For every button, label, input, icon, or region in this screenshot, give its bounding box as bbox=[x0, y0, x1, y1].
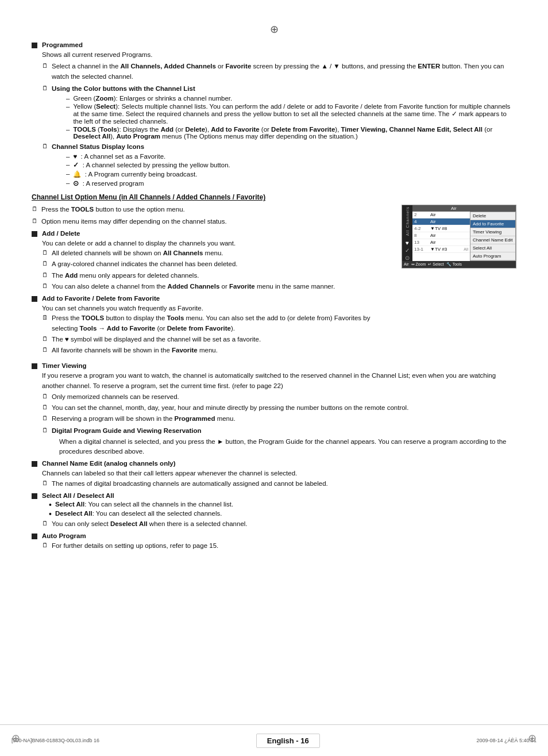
channel-name-edit-section: Channel Name Edit (analog channels only)… bbox=[32, 460, 516, 489]
page: ⊕ Programmed Shows all current reserved … bbox=[0, 0, 548, 756]
channel-row-8: 8 Air bbox=[412, 232, 470, 239]
add-favorite-section: Add to Favorite / Delete from Favorite Y… bbox=[32, 295, 396, 355]
ch-num-13: 13 bbox=[414, 240, 430, 245]
add-delete-title: Add / Delete bbox=[42, 230, 80, 237]
ctx-timer-viewing[interactable]: Timer Viewing bbox=[470, 228, 515, 236]
sidebar-icon1: ♥ bbox=[406, 240, 409, 246]
dash-check: – bbox=[66, 161, 70, 168]
check-icon-desc: ✓ : A channel selected by pressing the y… bbox=[73, 161, 230, 169]
channel-list-option-heading: Channel List Option Menu (in All Channel… bbox=[32, 193, 516, 201]
ctx-select-all[interactable]: Select All bbox=[470, 244, 515, 252]
channel-bottom-bar: Air ⇔ Zoom ↵ Select 🔧 Tools bbox=[402, 261, 516, 268]
heart-icon-desc: ♥ : A channel set as a Favorite. bbox=[73, 153, 165, 160]
status-icons-title: Channel Status Display Icons bbox=[52, 142, 144, 152]
channel-header-row: Air bbox=[412, 205, 516, 212]
bottom-zoom: ⇔ Zoom bbox=[411, 262, 426, 267]
dash-tools: – bbox=[66, 126, 70, 133]
ap-title: Auto Program bbox=[42, 532, 86, 539]
note-icon-ap1: 🗒 bbox=[42, 542, 48, 548]
fav-note2: The ♥ symbol will be displayed and the c… bbox=[52, 335, 261, 344]
channel-list-overlay: All Channels ♥ ✓ ⊙ Air bbox=[402, 205, 516, 261]
ch-header-air: Air bbox=[451, 206, 457, 211]
cne-title: Channel Name Edit (analog channels only) bbox=[42, 460, 176, 467]
channel-row-4-2: 4-2 ▼TV #8 bbox=[412, 225, 470, 232]
bottom-tools: 🔧 Tools bbox=[446, 262, 462, 267]
fav-note1: Press the TOOLS button to display the To… bbox=[52, 313, 396, 333]
bullet-add-fav bbox=[32, 296, 37, 302]
add-delete-section: Add / Delete You can delete or add a cha… bbox=[32, 230, 396, 291]
note-icon-ad1: 🗒 bbox=[42, 249, 48, 256]
note-icon-fav1: 🗓 bbox=[42, 314, 48, 321]
color-btn-title: Using the Color buttons with the Channel… bbox=[52, 84, 195, 94]
timer-viewing-section: Timer Viewing If you reserve a program y… bbox=[32, 362, 516, 456]
cne-note1: The names of digital broadcasting channe… bbox=[52, 479, 328, 489]
ch-name-13-1: ▼TV #3 bbox=[430, 247, 464, 252]
note-icon-cne1: 🗒 bbox=[42, 479, 48, 486]
select-all-section: Select All / Deselect All • Select All: … bbox=[32, 492, 516, 529]
dash-broadcast: – bbox=[66, 170, 70, 177]
tv-note3: Reserving a program will be shown in the… bbox=[52, 414, 236, 424]
ch-header-num bbox=[414, 206, 430, 211]
sa-note1: You can only select Deselect All when th… bbox=[52, 519, 248, 529]
note-text-1: Select a channel in the All Channels, Ad… bbox=[52, 62, 516, 82]
ctx-delete[interactable]: Delete bbox=[470, 212, 515, 220]
note-icon-ad3: 🗒 bbox=[42, 271, 48, 278]
ch-num-2: 2 bbox=[414, 212, 430, 217]
footer-left: [500-NA]BN68-01883Q-00L03.indb 16 bbox=[11, 738, 99, 743]
bullet-sa bbox=[32, 493, 37, 499]
ctx-auto-program[interactable]: Auto Program bbox=[470, 252, 515, 260]
cne-desc: Channels can labeled so that their call … bbox=[42, 469, 516, 478]
note-icon-status: 🗒 bbox=[42, 143, 48, 149]
bullet-ap bbox=[32, 534, 37, 539]
context-menu: Delete Add to Favorite Timer Viewing Cha… bbox=[470, 212, 516, 261]
ch-name-4-2: ▼TV #8 bbox=[430, 226, 468, 231]
note-icon-tv1: 🗒 bbox=[42, 393, 48, 400]
fav-note3: All favorite channels will be shown in t… bbox=[52, 346, 218, 355]
dot-deselect-all: • bbox=[49, 510, 52, 518]
green-zoom: Green (Zoom): Enlarges or shrinks a chan… bbox=[73, 95, 232, 102]
ch-header-2 bbox=[433, 206, 449, 211]
page-footer: [500-NA]BN68-01883Q-00L03.indb 16 Englis… bbox=[0, 724, 548, 756]
ch-all-13-1: All bbox=[464, 247, 468, 251]
auto-program-section: Auto Program 🗒 For further details on se… bbox=[32, 532, 516, 551]
top-symbol: ⊕ bbox=[32, 23, 516, 36]
footer-center: English - 16 bbox=[256, 734, 320, 748]
bullet-cne bbox=[32, 461, 37, 467]
note-icon-color-btn: 🗒 bbox=[42, 85, 48, 91]
channel-rows-list: 2 Air 4 Air 4-2 ▼TV #8 bbox=[412, 212, 470, 261]
dash-heart: – bbox=[66, 153, 70, 160]
dpg-desc: When a digital channel is selected, and … bbox=[59, 437, 516, 457]
channel-ui-container: All Channels ♥ ✓ ⊙ Air bbox=[402, 205, 516, 359]
dash-green: – bbox=[66, 95, 70, 102]
bottom-air: Air bbox=[404, 262, 409, 267]
channel-sidebar: All Channels ♥ ✓ ⊙ bbox=[402, 205, 412, 261]
ch-num-13-1: 13-1 bbox=[414, 247, 430, 252]
bottom-right-crosshair: ⊕ bbox=[528, 732, 537, 745]
ctx-add-favorite[interactable]: Add to Favorite bbox=[470, 220, 515, 228]
ad-note4: You can also delete a channel from the A… bbox=[52, 282, 335, 291]
dpg-title: Digital Program Guide and Viewing Reserv… bbox=[52, 426, 202, 436]
option-differ-note: Option menu items may differ depending o… bbox=[41, 217, 227, 227]
timer-title: Timer Viewing bbox=[42, 362, 87, 369]
ad-note2: A gray-colored channel indicates the cha… bbox=[52, 259, 238, 269]
dash-yellow: – bbox=[66, 103, 70, 110]
channel-row-4: 4 Air bbox=[412, 218, 470, 225]
channel-rows-and-menu: 2 Air 4 Air 4-2 ▼TV #8 bbox=[412, 212, 516, 261]
note-icon-ad2: 🗒 bbox=[42, 260, 48, 267]
ad-note1: All deleted channels will be shown on Al… bbox=[52, 248, 223, 258]
ch-num-4: 4 bbox=[414, 219, 430, 224]
note-icon-fav3: 🗒 bbox=[42, 346, 48, 353]
tv-note2: You can set the channel, month, day, yea… bbox=[52, 403, 408, 413]
note-icon-fav2: 🗒 bbox=[42, 335, 48, 342]
bottom-left-crosshair: ⊕ bbox=[11, 732, 20, 745]
broadcast-icon-desc: 🔔 : A Program currently being broadcast. bbox=[73, 170, 197, 178]
tools-menu: TOOLS (Tools): Displays the Add (or Dele… bbox=[73, 126, 516, 140]
sa-title: Select All / Deselect All bbox=[42, 492, 114, 499]
channel-list-option-content: 🗒 Press the TOOLS button to use the opti… bbox=[32, 205, 516, 359]
ch-name-4: Air bbox=[430, 219, 468, 224]
bullet-timer bbox=[32, 363, 37, 369]
ctx-channel-name-edit[interactable]: Channel Name Edit bbox=[470, 236, 515, 244]
yellow-select: Yellow (Select): Selects multiple channe… bbox=[73, 103, 516, 125]
channel-list-ui: All Channels ♥ ✓ ⊙ Air bbox=[402, 205, 516, 268]
sidebar-icon2: ✓ bbox=[405, 247, 410, 254]
